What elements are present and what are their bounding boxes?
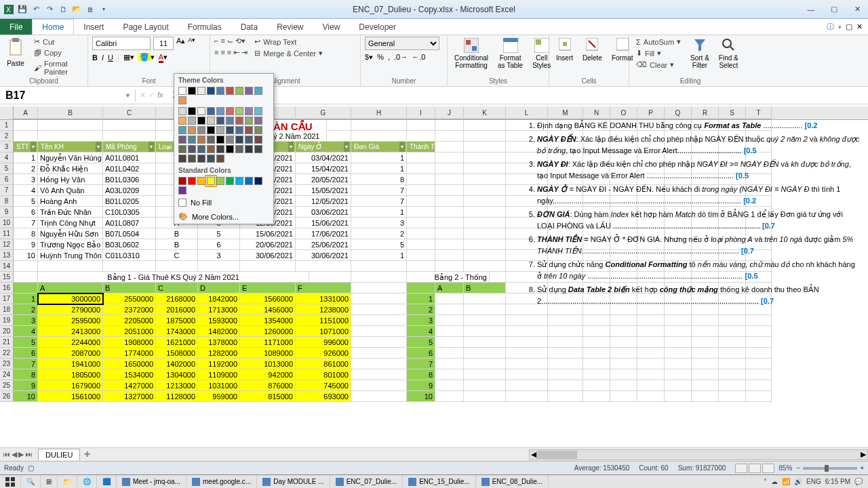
- cell[interactable]: [637, 337, 665, 348]
- cell[interactable]: [407, 185, 435, 196]
- cell[interactable]: [464, 315, 506, 326]
- cell[interactable]: [435, 131, 464, 142]
- edge-icon[interactable]: 🟦: [97, 475, 117, 489]
- cell[interactable]: 1: [351, 250, 407, 261]
- color-swatch[interactable]: [178, 126, 186, 134]
- cell[interactable]: [435, 326, 464, 337]
- cell[interactable]: [351, 131, 407, 142]
- cut-button[interactable]: ✂Cut: [31, 37, 83, 47]
- notifications-icon[interactable]: 💬: [854, 478, 863, 485]
- cell[interactable]: [464, 131, 506, 142]
- row-header-25[interactable]: 25: [0, 380, 14, 391]
- cell[interactable]: 1875000: [156, 315, 198, 326]
- cell[interactable]: [610, 359, 637, 369]
- cell[interactable]: 17/06/2021: [296, 228, 351, 239]
- open-icon[interactable]: 📂: [71, 3, 83, 16]
- cell[interactable]: [351, 369, 407, 380]
- cell[interactable]: [407, 120, 435, 131]
- sort-filter-button[interactable]: Sort & Filter: [688, 37, 712, 70]
- cell[interactable]: 1: [351, 152, 407, 163]
- sheet-first-icon[interactable]: ⏮: [3, 450, 10, 459]
- color-swatch[interactable]: [216, 145, 224, 153]
- cell[interactable]: [746, 326, 772, 337]
- cell[interactable]: A01L0807: [103, 218, 156, 228]
- color-swatch[interactable]: [188, 117, 196, 125]
- cell[interactable]: [583, 315, 610, 326]
- page-layout-view-icon[interactable]: [749, 464, 761, 473]
- cell[interactable]: 3: [351, 218, 407, 228]
- color-swatch[interactable]: [226, 145, 234, 153]
- clear-button[interactable]: ⌫Clear ▾: [633, 60, 684, 70]
- table-header[interactable]: Tên KH▾: [38, 142, 103, 152]
- redo-icon[interactable]: ↷: [43, 3, 56, 16]
- cell[interactable]: [610, 380, 637, 391]
- horizontal-scrollbar[interactable]: ◀▶: [529, 449, 868, 460]
- sheet-next-icon[interactable]: ▶: [18, 450, 24, 459]
- taskbar-app[interactable]: ENC_15_Dulie...: [403, 475, 475, 489]
- cell[interactable]: 1192000: [198, 359, 240, 369]
- cell[interactable]: 25/06/2021: [296, 239, 351, 250]
- explorer-icon[interactable]: 📁: [58, 475, 77, 489]
- maximize-icon[interactable]: ▢: [826, 3, 842, 16]
- table-header[interactable]: Ngày Ở▾: [296, 142, 351, 152]
- cell[interactable]: ý 2 Năm 2021: [271, 131, 327, 142]
- color-swatch[interactable]: [245, 126, 253, 134]
- comma-icon[interactable]: ,: [388, 53, 390, 62]
- cell[interactable]: 12/05/2021: [296, 196, 351, 207]
- cell[interactable]: 8: [407, 369, 435, 380]
- row-header-4[interactable]: 4: [0, 152, 14, 163]
- color-swatch[interactable]: [188, 126, 196, 134]
- cell[interactable]: 861000: [296, 359, 351, 369]
- cell[interactable]: [506, 380, 548, 391]
- row-header-6[interactable]: 6: [0, 174, 14, 185]
- sheet-tab-dulieu[interactable]: DULIEU: [38, 449, 80, 460]
- currency-icon[interactable]: $▾: [365, 53, 373, 62]
- cell[interactable]: 1482000: [198, 326, 240, 337]
- cell[interactable]: 20/05/2021: [296, 174, 351, 185]
- cell[interactable]: [610, 315, 637, 326]
- cell[interactable]: [692, 391, 719, 402]
- cell[interactable]: [435, 380, 464, 391]
- row-header-14[interactable]: 14: [0, 261, 14, 272]
- cell[interactable]: 1743000: [156, 326, 198, 337]
- sheet-prev-icon[interactable]: ◀: [12, 450, 17, 459]
- cell[interactable]: [464, 326, 506, 337]
- cell[interactable]: 5: [14, 196, 38, 207]
- cell[interactable]: [548, 359, 583, 369]
- cell[interactable]: 15/05/2021: [296, 185, 351, 196]
- cell[interactable]: [351, 261, 407, 272]
- cell[interactable]: [464, 304, 506, 315]
- col-header-M[interactable]: M: [548, 106, 583, 119]
- cell[interactable]: [506, 348, 548, 359]
- cell[interactable]: [746, 315, 772, 326]
- cell[interactable]: [407, 283, 435, 293]
- tab-page-layout[interactable]: Page Layout: [113, 19, 178, 35]
- cell[interactable]: 03/06/2021: [296, 207, 351, 218]
- cell[interactable]: 2: [14, 304, 38, 315]
- cell[interactable]: 5: [351, 239, 407, 250]
- shrink-font-icon[interactable]: A▾: [188, 37, 195, 50]
- color-swatch[interactable]: [207, 155, 215, 163]
- cell[interactable]: [610, 348, 637, 359]
- cell[interactable]: B: [464, 283, 506, 293]
- page-break-view-icon[interactable]: [762, 464, 774, 473]
- cell[interactable]: 15/04/2021: [296, 163, 351, 174]
- cell[interactable]: [14, 131, 38, 142]
- cell[interactable]: [351, 293, 407, 304]
- color-swatch[interactable]: [178, 186, 186, 195]
- zoom-in-icon[interactable]: +: [860, 464, 864, 472]
- cell[interactable]: [435, 359, 464, 369]
- new-sheet-icon[interactable]: ✚: [80, 450, 94, 459]
- cell[interactable]: [637, 359, 665, 369]
- font-name-input[interactable]: [92, 37, 151, 50]
- normal-view-icon[interactable]: [735, 464, 747, 473]
- cell[interactable]: [240, 261, 296, 272]
- cell[interactable]: [746, 369, 772, 380]
- ribbon-min-icon[interactable]: ▾: [838, 24, 842, 30]
- col-header-A[interactable]: A: [14, 106, 38, 119]
- cell[interactable]: 1109000: [198, 369, 240, 380]
- cell[interactable]: 1: [407, 293, 435, 304]
- row-header-5[interactable]: 5: [0, 163, 14, 174]
- cell[interactable]: 1260000: [240, 326, 296, 337]
- color-swatch[interactable]: [235, 87, 243, 95]
